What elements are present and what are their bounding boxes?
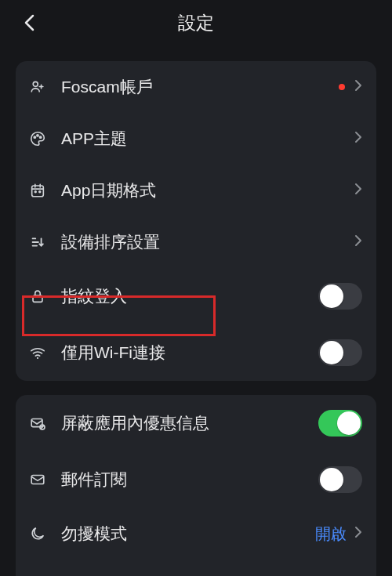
row-mail-subscription[interactable]: 郵件訂閱: [16, 451, 376, 508]
wifi-only-toggle[interactable]: [318, 339, 362, 366]
row-foscam-account[interactable]: Foscam帳戶: [16, 61, 376, 113]
chevron-right-icon: [354, 183, 362, 198]
toggle-knob: [337, 411, 361, 435]
account-icon: [28, 78, 47, 96]
svg-point-5: [34, 191, 36, 193]
notification-dot: [339, 84, 345, 90]
lock-icon: [28, 287, 47, 306]
settings-content: Foscam帳戶 APP主題 App日期格式 設備排序設置: [0, 45, 392, 576]
toggle-knob: [320, 284, 343, 308]
svg-rect-4: [32, 186, 44, 197]
block-promo-toggle[interactable]: [318, 410, 362, 437]
page-title: 設定: [178, 11, 214, 35]
chevron-right-icon: [354, 131, 362, 147]
svg-point-8: [37, 357, 38, 359]
svg-point-3: [40, 136, 42, 138]
row-label: 勿擾模式: [61, 523, 315, 545]
svg-rect-7: [33, 295, 42, 302]
settings-group-1: Foscam帳戶 APP主題 App日期格式 設備排序設置: [16, 61, 376, 381]
mail-subscription-toggle[interactable]: [318, 466, 362, 493]
wifi-icon: [28, 343, 47, 362]
palette-icon: [28, 129, 47, 148]
row-label: 郵件訂閱: [61, 469, 318, 491]
chevron-right-icon: [354, 526, 362, 542]
svg-point-1: [34, 136, 35, 138]
chevron-right-icon: [354, 234, 362, 250]
row-label: 僅用Wi-Fi連接: [61, 342, 318, 364]
row-label: APP主題: [61, 128, 354, 150]
toggle-knob: [320, 341, 343, 364]
row-block-promo[interactable]: 屏蔽應用內優惠信息: [16, 395, 376, 451]
chevron-left-icon: [24, 14, 34, 31]
calendar-icon: [28, 181, 47, 200]
header: 設定: [0, 0, 392, 45]
svg-point-2: [37, 135, 38, 136]
mail-icon: [28, 470, 47, 489]
row-value: 開啟: [315, 523, 347, 545]
svg-point-0: [33, 82, 38, 86]
row-label: Foscam帳戶: [61, 76, 339, 98]
back-button[interactable]: [17, 11, 41, 34]
sort-icon: [28, 233, 47, 252]
svg-rect-11: [31, 476, 44, 484]
row-app-theme[interactable]: APP主題: [16, 113, 376, 165]
row-device-order[interactable]: 設備排序設置: [16, 216, 376, 268]
row-message-push[interactable]: 訊息推播: [16, 560, 376, 576]
row-fingerprint-login[interactable]: 指紋登入: [16, 268, 376, 324]
row-label: 指紋登入: [61, 285, 318, 307]
row-do-not-disturb[interactable]: 勿擾模式 開啟: [16, 508, 376, 560]
row-date-format[interactable]: App日期格式: [16, 165, 376, 216]
svg-point-6: [39, 191, 41, 193]
moon-icon: [28, 524, 47, 543]
row-label: 設備排序設置: [61, 231, 354, 253]
row-label: 屏蔽應用內優惠信息: [61, 412, 318, 434]
fingerprint-toggle[interactable]: [318, 283, 362, 310]
toggle-knob: [320, 468, 343, 491]
row-label: App日期格式: [61, 179, 354, 201]
settings-group-2: 屏蔽應用內優惠信息 郵件訂閱 勿擾模式 開啟 訊息推播: [16, 395, 376, 576]
row-wifi-only[interactable]: 僅用Wi-Fi連接: [16, 324, 376, 381]
chevron-right-icon: [354, 79, 362, 95]
mail-block-icon: [28, 414, 47, 433]
